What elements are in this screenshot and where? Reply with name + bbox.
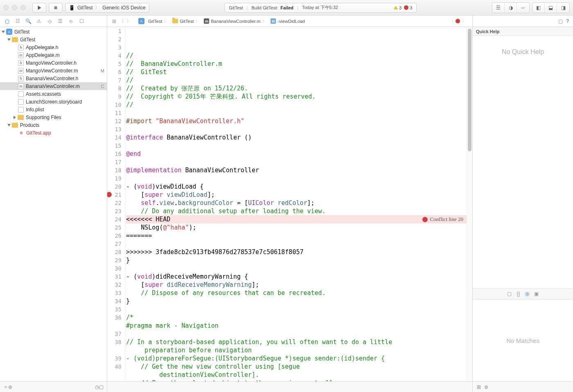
bottom-bar: ＋ ⊚ ◷ ▢ ⊞ ⊚ (0, 381, 573, 392)
tree-app-product[interactable]: ⚙ GitTest.app (0, 129, 107, 137)
prev-issue-button[interactable]: 〈 (449, 18, 454, 25)
window-controls (3, 5, 26, 10)
main-toolbar: 📱 GitTest 〉 Generic iOS Device GitTest |… (0, 0, 573, 16)
tree-file[interactable]: hAppDelegate.h (0, 43, 107, 51)
file-name: Assets.xcassets (26, 91, 61, 97)
library-filter-bar: ⊞ ⊚ (472, 382, 573, 392)
minimize-window[interactable] (12, 5, 17, 10)
related-items-button[interactable]: ⊞ (111, 18, 118, 25)
assistant-editor-button[interactable]: ◑ (505, 3, 517, 13)
media-library-tab[interactable]: ▣ (534, 291, 539, 297)
issue-navigator-tab[interactable]: ⚠ (34, 17, 43, 25)
recent-filter-icon[interactable]: ◷ (95, 384, 99, 390)
file-inspector-tab[interactable]: ▢ (558, 18, 563, 24)
xcode-project-icon: A (6, 29, 12, 35)
quick-help-header: Quick Help (473, 27, 573, 36)
source-editor[interactable]: 1234567891011121314151617181920212223242… (107, 27, 472, 381)
file-name: LaunchScreen.storyboard (26, 99, 82, 105)
report-navigator-tab[interactable]: ☐ (77, 17, 86, 25)
library-tabs: ▢ {} ◎ ▣ (473, 288, 573, 300)
breadcrumb[interactable]: AGitTest〉 GitTest〉 mBananaViewController… (137, 18, 307, 24)
m-file-icon: m (18, 52, 24, 58)
stop-button[interactable] (49, 3, 63, 13)
test-navigator-tab[interactable]: ◇ (45, 17, 54, 25)
filter-field-icon[interactable]: ⊚ (484, 384, 488, 390)
tree-file[interactable]: Info.plist (0, 106, 107, 113)
error-icon (422, 217, 428, 222)
debug-navigator-tab[interactable]: ☰ (56, 17, 65, 25)
m-file-icon: m (204, 18, 209, 24)
quick-help-empty: No Quick Help (473, 36, 573, 288)
tree-group[interactable]: GitTest (0, 36, 107, 43)
error-icon (456, 19, 460, 23)
close-window[interactable] (3, 5, 9, 10)
history-nav: ⊞ 〈 〉 (111, 18, 133, 25)
m-file-icon: m (18, 68, 24, 74)
error-badge[interactable]: 3 (404, 5, 412, 10)
tree-project[interactable]: A GitTest (0, 28, 107, 36)
run-button[interactable] (32, 3, 46, 13)
scm-filter-icon[interactable]: ▢ (99, 384, 104, 390)
file-name: BananaViewController.h (26, 76, 79, 81)
jump-bar: ⊞ 〈 〉 AGitTest〉 GitTest〉 mBananaViewCont… (107, 16, 472, 27)
file-template-tab[interactable]: ▢ (507, 291, 512, 297)
folder-icon (12, 37, 18, 42)
next-issue-button[interactable]: 〉 (462, 18, 467, 25)
filter-button[interactable]: ⊚ (8, 384, 12, 390)
tree-file[interactable]: mAppDelegate.m (0, 51, 107, 59)
tree-file[interactable]: mBananaViewController.mC (0, 82, 107, 90)
project-navigator[interactable]: A GitTest GitTest hAppDelegate.hmAppDele… (0, 27, 107, 381)
tree-file[interactable]: hBananaViewController.h (0, 74, 107, 82)
toggle-debug-button[interactable]: ⬓ (545, 3, 557, 13)
activity-inner[interactable]: GitTest | Build GitTest: Failed | Today … (224, 3, 417, 13)
assets-file-icon (18, 91, 24, 97)
toolbar-right: ☰ ◑ ↔ ◧ ⬓ ◨ (492, 2, 570, 13)
app-icon: ⚙ (18, 130, 24, 136)
forward-button[interactable]: 〉 (125, 18, 133, 25)
project-icon: A (138, 18, 144, 24)
warning-badge[interactable]: 3 (394, 5, 402, 10)
tree-supporting-files[interactable]: Supporting Files (0, 113, 107, 121)
sb-file-icon (18, 99, 24, 105)
activity-project: GitTest (229, 5, 243, 10)
zoom-window[interactable] (20, 5, 26, 10)
line-gutter[interactable]: 1234567891011121314151617181920212223242… (107, 27, 125, 381)
file-name: MangoViewController.m (26, 68, 78, 74)
method-icon: M (271, 18, 276, 24)
panel-toggle-group: ◧ ⬓ ◨ (532, 2, 570, 13)
vertical-scrollbar[interactable] (467, 27, 472, 381)
toggle-navigator-button[interactable]: ◧ (532, 3, 545, 13)
issue-stepper: 〈 〉 (449, 18, 469, 25)
file-name: MangoViewController.h (26, 60, 77, 66)
sub-toolbar: ▢ ☷ 🔍 ⚠ ◇ ☰ ⎋ ☐ ⊞ 〈 〉 AGitTest〉 GitTest〉… (0, 16, 573, 27)
tree-file[interactable]: hMangoViewController.h (0, 59, 107, 67)
standard-editor-button[interactable]: ☰ (492, 3, 505, 13)
error-icon (404, 5, 408, 10)
scheme-selector[interactable]: 📱 GitTest 〉 Generic iOS Device (65, 3, 149, 13)
conflict-annotation[interactable]: Conflict line 20 (422, 215, 463, 223)
find-navigator-tab[interactable]: 🔍 (24, 17, 33, 25)
folder-icon (18, 115, 24, 120)
grid-view-icon[interactable]: ⊞ (477, 384, 481, 390)
tree-file[interactable]: mMangoViewController.mM (0, 67, 107, 74)
add-button[interactable]: ＋ (3, 383, 8, 390)
inspector-panel: Quick Help No Quick Help ▢ {} ◎ ▣ No Mat… (472, 27, 573, 381)
navigator-tabs: ▢ ☷ 🔍 ⚠ ◇ ☰ ⎋ ☐ (0, 16, 107, 27)
breakpoint-navigator-tab[interactable]: ⎋ (66, 17, 75, 25)
code-area[interactable]: http://blog.csdn.net/ //// BananaViewCon… (125, 27, 467, 381)
toggle-inspector-button[interactable]: ◨ (557, 3, 569, 13)
tree-file[interactable]: Assets.xcassets (0, 90, 107, 98)
app-icon: 📱 (69, 5, 75, 11)
version-editor-button[interactable]: ↔ (517, 3, 529, 13)
symbol-navigator-tab[interactable]: ☷ (13, 17, 22, 25)
scroll-thumb[interactable] (468, 29, 471, 151)
quick-help-tab[interactable]: ? (566, 18, 569, 24)
tree-file[interactable]: LaunchScreen.storyboard (0, 98, 107, 106)
tree-products[interactable]: Products (0, 121, 107, 129)
code-snippet-tab[interactable]: {} (517, 291, 520, 297)
plist-file-icon (18, 107, 24, 113)
object-library-tab[interactable]: ◎ (525, 291, 529, 297)
file-name: AppDelegate.h (26, 45, 58, 50)
back-button[interactable]: 〈 (118, 18, 125, 25)
project-navigator-tab[interactable]: ▢ (2, 17, 11, 25)
